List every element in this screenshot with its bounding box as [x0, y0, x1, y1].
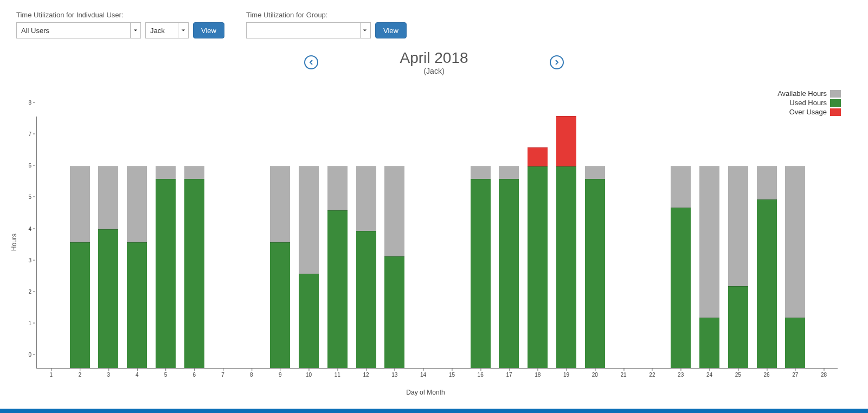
prev-month-button[interactable]	[304, 55, 318, 69]
x-tick: 21	[621, 372, 627, 378]
user-select-value: Jack	[150, 27, 165, 35]
bar-seg-avail	[728, 166, 748, 286]
x-tick: 11	[335, 372, 340, 378]
chart-legend: Available Hours Used Hours Over Usage	[777, 89, 841, 117]
individual-label: Time Utilization for Indivdual User:	[16, 11, 224, 19]
x-tick: 13	[391, 372, 397, 378]
bars-container: 1234567891011121314151617181920212223242…	[36, 117, 838, 369]
bar-seg-over	[556, 116, 576, 166]
next-month-button[interactable]	[550, 55, 564, 69]
bar-seg-used	[356, 231, 376, 368]
bar-seg-used	[156, 179, 176, 368]
bar-seg-avail	[757, 166, 777, 199]
bar-seg-avail	[70, 166, 90, 242]
y-tick: 6	[28, 163, 35, 169]
y-tick: 8	[28, 100, 35, 106]
x-tick: 9	[279, 372, 282, 378]
x-tick: 6	[193, 372, 196, 378]
view-individual-button[interactable]: View	[193, 22, 224, 38]
caret-down-icon	[360, 23, 370, 38]
arrow-left-icon	[308, 60, 314, 65]
caret-down-icon	[130, 23, 140, 38]
legend-swatch-over	[830, 108, 841, 116]
legend-label-over: Over Usage	[789, 108, 827, 116]
x-tick: 27	[792, 372, 798, 378]
x-tick: 5	[164, 372, 168, 378]
bar-seg-used	[127, 242, 147, 369]
x-tick: 2	[78, 372, 81, 378]
y-tick: 5	[28, 194, 35, 200]
x-tick: 23	[678, 372, 684, 378]
legend-item-used: Used Hours	[777, 99, 841, 107]
group-label: Time Utilization for Group:	[246, 11, 407, 19]
bar-seg-avail	[98, 166, 118, 229]
bar-seg-used	[671, 208, 691, 368]
x-tick: 18	[535, 372, 541, 378]
bar-seg-avail	[184, 166, 204, 179]
y-axis: 012345678	[24, 117, 35, 369]
x-tick: 22	[649, 372, 655, 378]
legend-swatch-used	[830, 99, 841, 107]
bar-seg-avail	[699, 166, 719, 318]
bar-seg-avail	[785, 166, 805, 318]
x-tick: 26	[763, 372, 769, 378]
x-tick: 20	[592, 372, 598, 378]
bar-seg-used	[757, 199, 777, 368]
bar-seg-used	[728, 286, 748, 368]
bar-seg-avail	[671, 166, 691, 208]
legend-label-available: Available Hours	[777, 89, 827, 98]
chart-subtitle: (Jack)	[400, 67, 468, 75]
y-tick: 4	[28, 225, 35, 231]
individual-user-controls: Time Utilization for Indivdual User: All…	[16, 11, 224, 38]
bar-seg-avail	[270, 166, 290, 242]
bar-seg-used	[384, 256, 404, 368]
bar-seg-over	[528, 147, 548, 166]
x-axis-label: Day of Month	[406, 389, 445, 396]
x-tick: 19	[563, 372, 569, 378]
caret-down-icon	[178, 23, 188, 38]
bar-seg-used	[528, 166, 548, 368]
view-group-button[interactable]: View	[375, 22, 407, 38]
y-tick: 1	[28, 320, 35, 326]
bar-seg-avail	[585, 166, 605, 179]
y-axis-label: Hours	[10, 234, 18, 251]
bar-seg-avail	[356, 166, 376, 231]
bar-seg-used	[327, 210, 348, 368]
y-tick: 0	[28, 352, 35, 358]
bar-seg-used	[471, 179, 491, 368]
bar-seg-used	[299, 274, 319, 368]
y-tick: 7	[28, 131, 35, 137]
bar-seg-avail	[327, 166, 348, 210]
legend-item-available: Available Hours	[777, 89, 841, 98]
user-select[interactable]: Jack	[145, 22, 189, 38]
group-select[interactable]	[246, 22, 371, 38]
bar-seg-used	[556, 166, 576, 368]
bar-seg-avail	[127, 166, 147, 242]
bar-seg-used	[499, 179, 519, 368]
bar-seg-used	[184, 179, 204, 368]
bar-seg-used	[699, 318, 719, 368]
x-tick: 17	[506, 372, 512, 378]
x-tick: 15	[449, 372, 455, 378]
x-tick: 10	[306, 372, 312, 378]
plot-area: 012345678 123456789101112131415161718192…	[24, 117, 838, 377]
x-tick: 7	[221, 372, 224, 378]
x-tick: 14	[420, 372, 426, 378]
x-tick: 25	[735, 372, 741, 378]
bar-seg-used	[785, 318, 805, 368]
x-tick: 3	[107, 372, 110, 378]
y-tick: 2	[28, 288, 35, 294]
all-users-select[interactable]: All Users	[16, 22, 141, 38]
bar-seg-avail	[471, 166, 491, 179]
group-controls: Time Utilization for Group: View	[246, 11, 407, 38]
bar-seg-avail	[156, 166, 176, 179]
y-tick: 3	[28, 257, 35, 263]
bar-seg-avail	[499, 166, 519, 179]
chart-area: Hours 012345678 123456789101112131415161…	[11, 117, 840, 393]
x-tick: 8	[250, 372, 253, 378]
x-tick: 12	[363, 372, 369, 378]
bar-seg-avail	[384, 166, 404, 256]
bar-seg-used	[70, 242, 90, 369]
x-tick: 1	[50, 372, 53, 378]
arrow-right-icon	[554, 60, 560, 65]
